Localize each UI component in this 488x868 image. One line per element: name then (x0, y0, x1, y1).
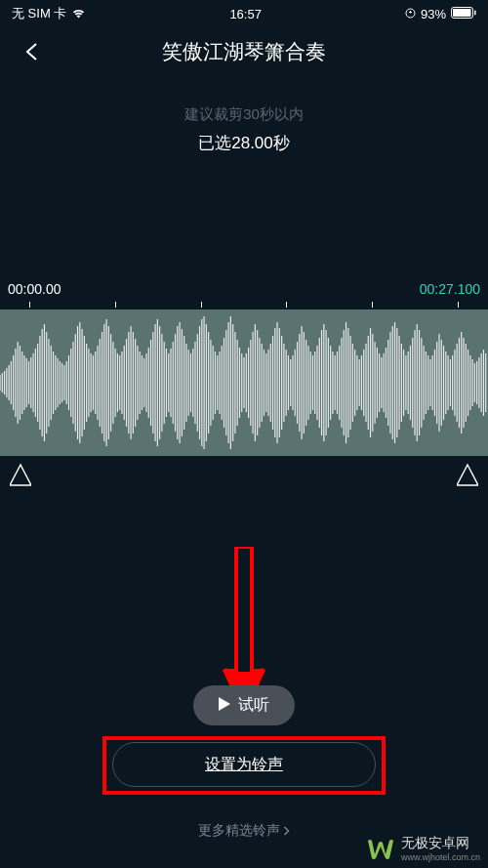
trim-handle-right[interactable] (457, 460, 478, 487)
battery-icon (451, 7, 476, 21)
set-ringtone-button[interactable]: 设置为铃声 (112, 742, 376, 787)
preview-label: 试听 (238, 695, 269, 716)
waveform-section: 00:00.00 00:27.100 (0, 281, 488, 456)
ticks (0, 302, 488, 308)
back-button[interactable] (20, 40, 43, 63)
battery-percent: 93% (421, 7, 446, 21)
set-ringtone-label: 设置为铃声 (205, 755, 283, 775)
svg-rect-224 (236, 547, 252, 674)
selected-duration: 已选28.00秒 (0, 132, 488, 154)
wifi-icon (71, 7, 86, 21)
trim-handle-left[interactable] (10, 460, 31, 487)
lock-icon (405, 7, 416, 21)
info-area: 建议裁剪30秒以内 已选28.00秒 (0, 105, 488, 154)
status-bar: 无 SIM 卡 16:57 93% (0, 0, 488, 27)
time: 16:57 (229, 7, 262, 21)
sim-status: 无 SIM 卡 (12, 5, 66, 22)
status-left: 无 SIM 卡 (12, 5, 86, 22)
play-icon (219, 697, 230, 715)
end-time: 00:27.100 (420, 281, 480, 297)
trim-hint: 建议裁剪30秒以内 (0, 105, 488, 124)
more-ringtones-link[interactable]: 更多精选铃声 (198, 822, 291, 840)
watermark-text: 无极安卓网 (401, 835, 480, 852)
svg-rect-3 (474, 10, 476, 15)
start-time: 00:00.00 (8, 281, 61, 297)
svg-rect-2 (453, 9, 471, 17)
logo-icon (366, 837, 395, 860)
waveform[interactable] (0, 310, 488, 456)
more-ringtones-label: 更多精选铃声 (198, 822, 280, 840)
time-labels: 00:00.00 00:27.100 (0, 281, 488, 297)
nav-bar: 笑傲江湖琴箫合奏 (0, 27, 488, 76)
chevron-right-icon (283, 823, 291, 839)
status-right: 93% (405, 7, 476, 21)
watermark-url: www.wjhotel.com.cn (401, 852, 480, 862)
watermark: 无极安卓网 www.wjhotel.com.cn (366, 835, 480, 862)
preview-button[interactable]: 试听 (193, 685, 295, 725)
page-title: 笑傲江湖琴箫合奏 (162, 38, 326, 65)
